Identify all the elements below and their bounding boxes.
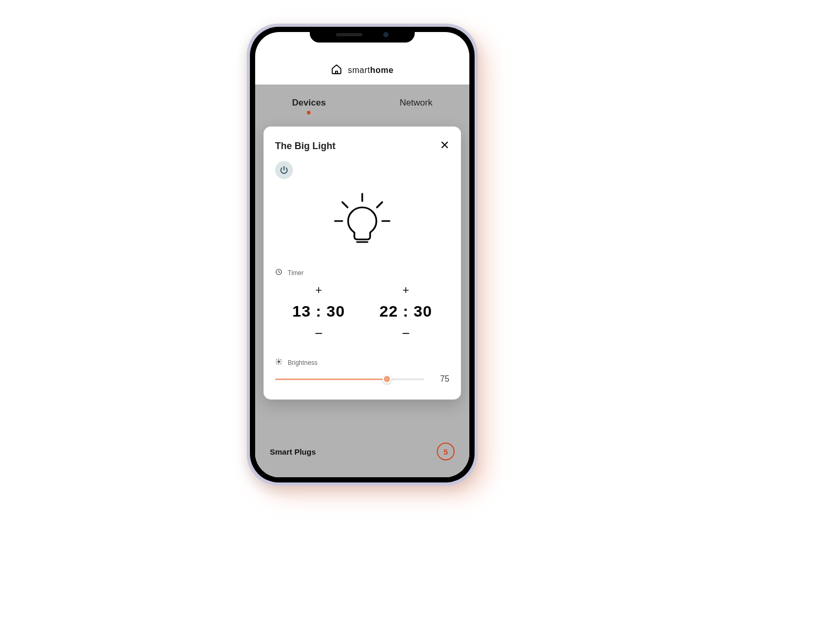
lightbulb-illustration: [275, 192, 449, 249]
brand-label-bold: home: [370, 66, 394, 75]
tab-bar: Devices Network: [255, 85, 469, 121]
svg-line-15: [280, 360, 281, 360]
brand-label-light: smart: [348, 66, 370, 75]
svg-line-12: [277, 360, 277, 360]
screen: smarthome Devices Network The Big Light: [255, 32, 469, 477]
category-row-smart-plugs[interactable]: Smart Plugs 5: [255, 443, 469, 460]
timer-end-decrement[interactable]: −: [402, 327, 410, 340]
svg-line-2: [377, 202, 382, 207]
modal-title: The Big Light: [275, 141, 335, 152]
home-icon: [331, 64, 342, 75]
timer-start-increment[interactable]: +: [316, 285, 322, 296]
timer-start-decrement[interactable]: −: [314, 327, 322, 340]
slider-fill: [275, 379, 387, 380]
brightness-section-label: Brightness: [275, 358, 449, 367]
close-icon[interactable]: [440, 140, 449, 152]
tab-devices[interactable]: Devices: [292, 98, 326, 108]
brightness-value: 75: [434, 374, 449, 384]
front-camera: [383, 32, 388, 37]
phone-frame: smarthome Devices Network The Big Light: [247, 24, 478, 486]
timer-end: + 22 : 30 −: [380, 285, 432, 340]
tab-network[interactable]: Network: [400, 98, 432, 108]
speaker-slot: [336, 33, 362, 36]
slider-thumb[interactable]: [382, 374, 392, 384]
svg-line-13: [280, 363, 281, 364]
count-badge: 5: [437, 443, 455, 460]
device-modal: The Big Light: [264, 127, 461, 400]
category-label: Smart Plugs: [270, 447, 316, 456]
timer-start-value: 13 : 30: [292, 302, 345, 320]
phone-bezel: smarthome Devices Network The Big Light: [250, 27, 475, 482]
timer-end-value: 22 : 30: [380, 302, 432, 320]
clock-icon: [275, 268, 282, 277]
svg-point-7: [278, 361, 280, 363]
phone-notch: [310, 27, 415, 43]
svg-line-1: [342, 202, 348, 207]
power-button[interactable]: [275, 161, 293, 179]
timer-start: + 13 : 30 −: [292, 285, 345, 340]
svg-line-14: [277, 363, 277, 364]
timer-label-text: Timer: [288, 269, 303, 277]
brightness-label-text: Brightness: [288, 359, 318, 366]
brightness-icon: [275, 358, 282, 367]
brand-label: smarthome: [348, 66, 393, 75]
timer-end-increment[interactable]: +: [403, 285, 410, 296]
brightness-slider[interactable]: [275, 377, 424, 381]
timer-section-label: Timer: [275, 268, 449, 277]
